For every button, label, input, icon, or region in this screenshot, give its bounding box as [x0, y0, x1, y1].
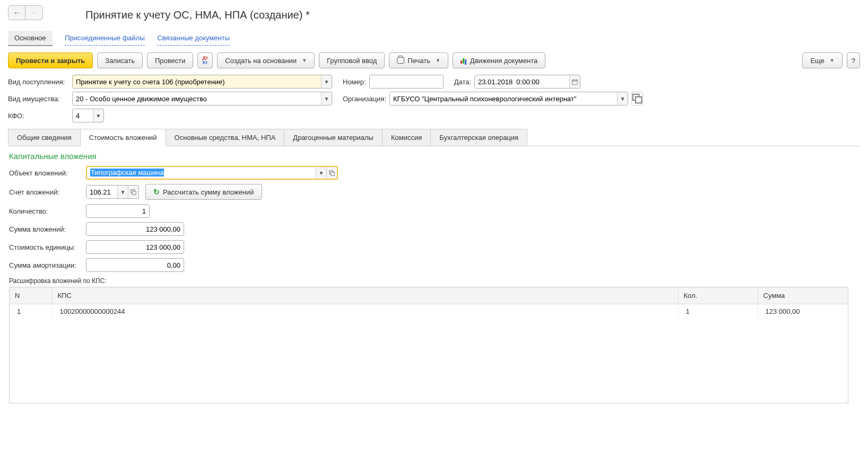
cell-qty: 1	[678, 304, 758, 319]
print-icon	[397, 57, 404, 64]
object-label: Объект вложений:	[9, 169, 86, 177]
unit-cost-input-group	[86, 240, 184, 254]
dropdown-button[interactable]: ▼	[93, 109, 103, 122]
sum-input[interactable]	[86, 223, 184, 235]
nav-tabs: Основное Присоединенные файлы Связанные …	[8, 31, 860, 46]
open-icon	[131, 189, 136, 195]
post-and-close-button[interactable]: Провести и закрыть	[8, 52, 93, 68]
svg-rect-9	[133, 191, 136, 194]
nav-tab-files[interactable]: Присоединенные файлы	[65, 31, 145, 46]
tab-assets[interactable]: Основные средства, НМА, НПА	[166, 129, 285, 146]
calc-sum-button[interactable]: ↻ Рассчитать сумму вложений	[145, 184, 262, 200]
dropdown-button[interactable]: ▼	[321, 92, 332, 105]
number-label: Номер:	[343, 78, 366, 86]
kps-table: N КПС Кол. Сумма 1 10020000000000244 1 1…	[10, 287, 848, 319]
table-caption: Расшифровка вложений по КПС:	[9, 277, 859, 285]
account-input-group: ▼	[86, 185, 139, 199]
org-label: Организация:	[343, 95, 386, 103]
account-label: Счет вложений:	[9, 188, 86, 196]
open-button[interactable]	[128, 186, 138, 198]
kfo-label: КФО:	[8, 112, 69, 120]
chevron-down-icon: ▼	[830, 58, 835, 63]
dropdown-button[interactable]: ▼	[321, 75, 332, 88]
tab-precious[interactable]: Драгоценные материалы	[284, 129, 383, 146]
receipt-type-input-group: ▼	[72, 75, 332, 89]
amort-label: Сумма амортизации:	[9, 261, 86, 269]
object-input[interactable]: Типографская машина	[87, 167, 316, 179]
col-sum[interactable]: Сумма	[758, 287, 848, 304]
receipt-type-label: Вид поступления:	[8, 78, 69, 86]
sum-label: Сумма вложений:	[9, 225, 86, 233]
tab-general[interactable]: Общие сведения	[8, 129, 81, 146]
open-button[interactable]	[326, 167, 337, 179]
date-input[interactable]	[475, 75, 569, 88]
cell-n: 1	[10, 304, 52, 319]
cell-kps: 10020000000000244	[52, 304, 678, 319]
amort-input-group	[86, 258, 184, 272]
calc-sum-label: Рассчитать сумму вложений	[163, 188, 254, 196]
forward-button[interactable]: →	[25, 6, 42, 20]
dropdown-button[interactable]: ▼	[617, 92, 628, 105]
qty-label: Количество:	[9, 207, 86, 215]
org-input-group: ▼	[389, 92, 628, 105]
movements-button[interactable]: Движения документа	[453, 52, 545, 68]
print-label: Печать	[407, 57, 430, 65]
tab-acc-op[interactable]: Бухгалтерская операция	[430, 129, 527, 146]
kfo-input[interactable]	[73, 109, 93, 122]
object-input-group: Типографская машина ▼	[86, 166, 338, 180]
help-button[interactable]: ?	[847, 52, 860, 68]
post-button[interactable]: Провести	[147, 52, 194, 68]
toolbar: Провести и закрыть Записать Провести ДтК…	[8, 52, 860, 68]
open-button[interactable]	[631, 92, 643, 105]
create-based-button[interactable]: Создать на основании ▼	[217, 52, 315, 68]
date-label: Дата:	[454, 78, 471, 86]
back-button[interactable]: ←	[8, 6, 25, 20]
qty-input[interactable]	[86, 205, 149, 217]
print-button[interactable]: Печать ▼	[389, 52, 448, 68]
nav-tab-main[interactable]: Основное	[8, 31, 53, 46]
svg-rect-3	[576, 79, 577, 80]
object-value: Типографская машина	[90, 169, 164, 177]
chevron-down-icon: ▼	[302, 58, 307, 63]
col-qty[interactable]: Кол.	[678, 287, 758, 304]
calendar-button[interactable]	[569, 75, 580, 88]
number-input[interactable]	[370, 75, 443, 88]
group-input-button[interactable]: Групповой ввод	[319, 52, 385, 68]
dropdown-button[interactable]: ▼	[316, 167, 326, 179]
more-button[interactable]: Еще ▼	[802, 52, 842, 68]
svg-rect-5	[636, 97, 642, 103]
nav-arrows: ← →	[8, 5, 43, 20]
chevron-down-icon: ▼	[436, 58, 440, 63]
asset-type-input[interactable]	[73, 92, 321, 105]
receipt-type-input[interactable]	[73, 75, 321, 88]
account-input[interactable]	[86, 186, 117, 198]
save-button[interactable]: Записать	[97, 52, 143, 68]
unit-cost-label: Стоимость единицы:	[9, 243, 86, 251]
cell-sum: 123 000,00	[758, 304, 848, 319]
dropdown-button[interactable]: ▼	[117, 186, 128, 198]
amort-input[interactable]	[86, 259, 184, 271]
svg-rect-2	[573, 79, 574, 80]
org-input[interactable]	[390, 92, 617, 105]
svg-rect-7	[331, 172, 334, 175]
dtkt-icon: ДтКт	[202, 56, 208, 65]
more-label: Еще	[810, 57, 824, 65]
asset-type-label: Вид имущества:	[8, 95, 69, 103]
nav-tab-related[interactable]: Связанные документы	[157, 31, 230, 46]
unit-cost-input[interactable]	[86, 241, 184, 253]
page-title: Принятие к учету ОС, НМА, НПА (создание)…	[85, 9, 310, 21]
asset-type-input-group: ▼	[72, 92, 332, 105]
dtkt-button[interactable]: ДтКт	[197, 52, 213, 68]
tab-commission[interactable]: Комиссия	[382, 129, 431, 146]
number-input-group	[369, 75, 444, 89]
section-title: Капитальные вложения	[9, 152, 859, 161]
calendar-icon	[572, 79, 578, 85]
refresh-icon: ↻	[153, 188, 160, 196]
col-kps[interactable]: КПС	[52, 287, 678, 304]
tab-investment-cost[interactable]: Стоимость вложений	[80, 129, 166, 146]
sum-input-group	[86, 222, 184, 236]
table-row[interactable]: 1 10020000000000244 1 123 000,00	[10, 304, 848, 319]
col-n[interactable]: N	[10, 287, 52, 304]
kps-table-wrap: N КПС Кол. Сумма 1 10020000000000244 1 1…	[9, 287, 848, 403]
open-icon	[632, 93, 643, 104]
